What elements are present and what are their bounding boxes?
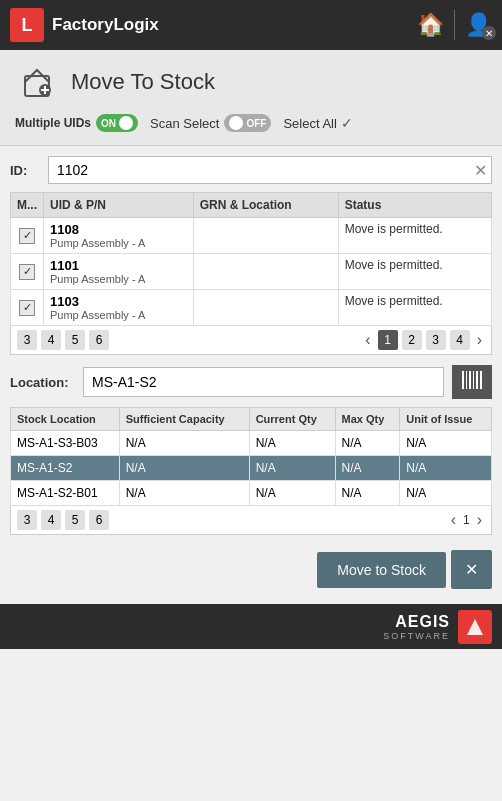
toggle-knob <box>119 116 133 130</box>
move-to-stock-button[interactable]: Move to Stock <box>317 552 446 588</box>
uid-page-nav: ‹ 1 2 3 4 › <box>362 330 485 350</box>
id-input[interactable] <box>48 156 492 184</box>
uid-page-4b[interactable]: 4 <box>450 330 470 350</box>
select-all-button[interactable]: Select All ✓ <box>283 115 352 131</box>
footer-aegis-icon <box>458 610 492 644</box>
stock-table-row[interactable]: MS-A1-S3-B03 N/A N/A N/A N/A <box>11 431 492 456</box>
stock-page-nav: ‹ 1 › <box>448 511 485 529</box>
uid-checkbox-cell-0[interactable] <box>11 218 44 254</box>
barcode-scan-button[interactable] <box>452 365 492 399</box>
scan-select-toggle[interactable]: OFF <box>224 114 271 132</box>
home-icon: 🏠 <box>417 12 444 38</box>
stock-page-6[interactable]: 6 <box>89 510 109 530</box>
uid-id-1: 1101 <box>50 258 187 273</box>
stock-col-unit: Unit of Issue <box>400 408 492 431</box>
logo-group: L FactoryLogix <box>10 8 159 42</box>
uid-checkbox-2[interactable] <box>19 300 35 316</box>
uid-pn-cell-2: 1103 Pump Assembly - A <box>44 290 194 326</box>
stock-current-0: N/A <box>249 431 335 456</box>
stock-sufficient-0: N/A <box>119 431 249 456</box>
uid-table-row: 1108 Pump Assembly - A Move is permitted… <box>11 218 492 254</box>
col-uid-pn: UID & P/N <box>44 193 194 218</box>
id-clear-button[interactable]: ✕ <box>474 161 487 180</box>
uid-next-btn[interactable]: › <box>474 331 485 349</box>
stock-location-1: MS-A1-S2 <box>11 456 120 481</box>
app-footer: AEGIS SOFTWARE <box>0 604 502 649</box>
footer-logo-text: AEGIS SOFTWARE <box>383 613 450 641</box>
stock-max-0: N/A <box>335 431 400 456</box>
stock-col-max: Max Qty <box>335 408 400 431</box>
main-content: ID: ✕ M... UID & P/N GRN & Location Stat… <box>0 146 502 604</box>
stock-page-3[interactable]: 3 <box>17 510 37 530</box>
uid-id-2: 1103 <box>50 294 187 309</box>
uid-page-3b[interactable]: 3 <box>426 330 446 350</box>
uid-part-2: Pump Assembly - A <box>50 309 187 321</box>
stock-pagination: 3 4 5 6 ‹ 1 › <box>10 506 492 535</box>
stock-next-btn[interactable]: › <box>474 511 485 529</box>
uid-page-2[interactable]: 2 <box>402 330 422 350</box>
uid-pagination: 3 4 5 6 ‹ 1 2 3 4 › <box>10 326 492 355</box>
stock-table-row[interactable]: MS-A1-S2-B01 N/A N/A N/A N/A <box>11 481 492 506</box>
stock-table-row[interactable]: MS-A1-S2 N/A N/A N/A N/A <box>11 456 492 481</box>
uid-page-4[interactable]: 4 <box>41 330 61 350</box>
uid-checkbox-cell-2[interactable] <box>11 290 44 326</box>
uid-status-cell-1: Move is permitted. <box>338 254 491 290</box>
stock-prev-btn[interactable]: ‹ <box>448 511 459 529</box>
uid-part-1: Pump Assembly - A <box>50 273 187 285</box>
stock-page-5[interactable]: 5 <box>65 510 85 530</box>
stock-col-sufficient: Sufficient Capacity <box>119 408 249 431</box>
uid-prev-btn[interactable]: ‹ <box>362 331 373 349</box>
uid-pn-cell-0: 1108 Pump Assembly - A <box>44 218 194 254</box>
barcode-icon <box>462 371 482 394</box>
uid-page-5[interactable]: 5 <box>65 330 85 350</box>
uid-status-cell-0: Move is permitted. <box>338 218 491 254</box>
uid-page-3[interactable]: 3 <box>17 330 37 350</box>
stock-unit-1: N/A <box>400 456 492 481</box>
uid-status-text-2: Move is permitted. <box>345 294 443 308</box>
uid-grn-cell-1 <box>193 254 338 290</box>
multiple-uids-toggle[interactable]: ON <box>96 114 138 132</box>
location-label: Location: <box>10 375 75 390</box>
uid-page-1-active[interactable]: 1 <box>378 330 398 350</box>
uid-pn-cell-1: 1101 Pump Assembly - A <box>44 254 194 290</box>
uid-table: M... UID & P/N GRN & Location Status 110… <box>10 192 492 326</box>
app-name: FactoryLogix <box>52 15 159 35</box>
stock-current-1: N/A <box>249 456 335 481</box>
close-button[interactable]: ✕ <box>451 550 492 589</box>
location-input[interactable] <box>83 367 444 397</box>
uid-status-text-0: Move is permitted. <box>345 222 443 236</box>
uid-checkbox-cell-1[interactable] <box>11 254 44 290</box>
stock-page-4[interactable]: 4 <box>41 510 61 530</box>
uid-grn-cell-0 <box>193 218 338 254</box>
home-button[interactable]: 🏠 <box>417 12 444 38</box>
uid-page-6[interactable]: 6 <box>89 330 109 350</box>
page-title: Move To Stock <box>71 69 215 95</box>
uid-table-row: 1103 Pump Assembly - A Move is permitted… <box>11 290 492 326</box>
action-row: Move to Stock ✕ <box>10 545 492 594</box>
svg-rect-6 <box>469 371 471 389</box>
uid-status-cell-2: Move is permitted. <box>338 290 491 326</box>
uid-checkbox-0[interactable] <box>19 228 35 244</box>
uid-checkbox-1[interactable] <box>19 264 35 280</box>
scan-select-knob <box>229 116 243 130</box>
uid-table-header: M... UID & P/N GRN & Location Status <box>11 193 492 218</box>
svg-rect-7 <box>473 371 474 389</box>
col-marker: M... <box>11 193 44 218</box>
col-status: Status <box>338 193 491 218</box>
svg-marker-10 <box>467 619 483 635</box>
stock-location-2: MS-A1-S2-B01 <box>11 481 120 506</box>
toggle-off-text: OFF <box>246 118 266 129</box>
stock-unit-2: N/A <box>400 481 492 506</box>
location-row: Location: <box>10 365 492 399</box>
scan-select-group: Scan Select OFF <box>150 114 271 132</box>
footer-brand: AEGIS <box>395 613 450 631</box>
uid-table-row: 1101 Pump Assembly - A Move is permitted… <box>11 254 492 290</box>
svg-rect-5 <box>466 371 467 389</box>
select-all-label: Select All <box>283 116 336 131</box>
select-all-icon: ✓ <box>341 115 353 131</box>
id-row: ID: ✕ <box>10 156 492 184</box>
svg-rect-8 <box>476 371 478 389</box>
col-grn-location: GRN & Location <box>193 193 338 218</box>
uid-part-0: Pump Assembly - A <box>50 237 187 249</box>
svg-rect-9 <box>480 371 482 389</box>
